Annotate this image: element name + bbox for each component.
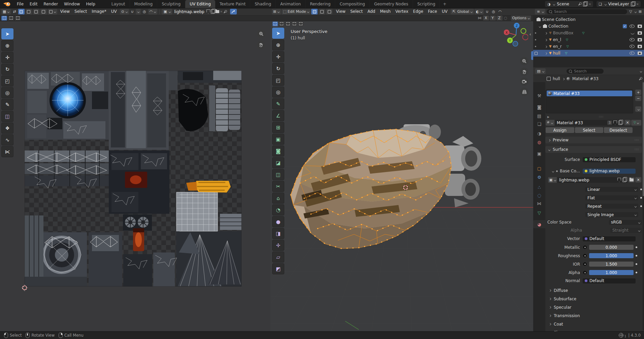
eye-closed-icon[interactable] xyxy=(631,32,635,34)
viewlayer-selector[interactable]: ❏ ViewLayer ✕ xyxy=(597,1,641,7)
pinch-brush-tool[interactable]: ⋉ xyxy=(1,146,13,157)
chevron-right-icon[interactable] xyxy=(545,52,547,55)
tab-view-layer[interactable]: ❏ xyxy=(533,120,545,128)
proportional-edit-toggle[interactable]: ◎ xyxy=(490,9,496,14)
knife-tool[interactable]: ✂ xyxy=(272,181,284,192)
tab-tool[interactable]: ⚒ xyxy=(533,92,545,100)
chevron-down-icon[interactable] xyxy=(552,170,554,172)
blender-logo-icon[interactable] xyxy=(3,1,11,7)
expand-icon[interactable]: ▶ xyxy=(547,115,549,118)
tab-world[interactable]: ◍ xyxy=(533,138,545,146)
rip-region-tool[interactable]: ◫ xyxy=(1,111,13,122)
rotate-tool[interactable]: ↻ xyxy=(272,63,284,74)
image-setting-dropdown[interactable]: Flat xyxy=(583,194,643,202)
viewport-menu[interactable]: Mesh xyxy=(378,8,393,15)
filter-icon[interactable]: ▽ xyxy=(629,9,633,14)
viewport-menu[interactable]: Edge xyxy=(411,8,425,15)
tweak-select-tool[interactable]: ➤ xyxy=(1,28,13,39)
breadcrumb-material[interactable]: Material #33 xyxy=(572,76,599,81)
transform-tool[interactable]: ◎ xyxy=(1,87,13,98)
properties-search[interactable] xyxy=(567,69,604,74)
outliner-row-collection[interactable]: Collection ✓ xyxy=(533,23,644,30)
bevel-tool[interactable]: ◪ xyxy=(272,157,284,168)
shear-tool[interactable]: ▱ xyxy=(272,251,284,263)
workspace-tab[interactable]: Texture Paint xyxy=(215,0,250,8)
uv-pivot-button[interactable]: ⊙ xyxy=(120,9,129,14)
value-slider[interactable]: 0.000 xyxy=(589,245,634,250)
slot-specials-button[interactable] xyxy=(635,106,641,112)
sidebar-collapse-icon[interactable]: ‹ xyxy=(529,32,531,37)
viewport-menu[interactable]: Face xyxy=(426,8,440,15)
workspace-tab[interactable]: Layout xyxy=(107,0,130,8)
viewport-menu[interactable]: View xyxy=(333,8,348,15)
shrink-fatten-tool[interactable]: ✢ xyxy=(272,240,284,251)
outliner-row-en-r[interactable]: ▼ en_r ▽ xyxy=(533,43,644,50)
value-slider[interactable]: 1.000 xyxy=(589,253,634,258)
outliner-display-mode-button[interactable]: ≡ xyxy=(535,9,545,14)
viewport-zoom-button[interactable] xyxy=(520,57,528,65)
image-name-field[interactable]: lightmap.webp xyxy=(557,177,628,183)
select-mode-subtract-icon[interactable] xyxy=(15,16,21,21)
poly-build-tool[interactable]: ⌂ xyxy=(272,193,284,204)
tab-collection[interactable]: ▣ xyxy=(533,149,545,158)
camera-render-icon[interactable] xyxy=(638,52,642,55)
value-slider[interactable]: 1.500 xyxy=(589,262,634,267)
rotate-tool[interactable]: ↻ xyxy=(1,64,13,75)
tab-modifiers[interactable]: ⚙ xyxy=(533,173,545,181)
scene-selector[interactable]: ◑ Scene ✕ xyxy=(545,1,593,7)
cursor-tool[interactable]: ⊕ xyxy=(272,39,284,50)
rip-region-tool[interactable]: ◩ xyxy=(272,263,284,274)
viewport-camera-button[interactable] xyxy=(520,77,528,86)
viewport-ortho-toggle-button[interactable] xyxy=(520,88,528,96)
relax-brush-tool[interactable]: ∿ xyxy=(1,134,13,145)
viewport-menu[interactable]: UV xyxy=(440,8,450,15)
eye-icon[interactable] xyxy=(630,38,635,41)
subpanel-header[interactable]: Transmission xyxy=(545,311,642,320)
sidebar-tab[interactable] xyxy=(531,51,533,60)
uv-pan-button[interactable] xyxy=(257,41,265,49)
add-cube-tool[interactable]: ⊞ xyxy=(272,122,284,133)
browse-material-button[interactable] xyxy=(546,120,554,126)
new-collection-icon[interactable]: ⊞ xyxy=(638,9,642,14)
panel-preview[interactable]: Preview ∷∷ xyxy=(545,137,642,143)
vector-field[interactable]: Default xyxy=(583,236,636,241)
duplicate-image-icon[interactable] xyxy=(211,9,215,14)
topbar-menu[interactable]: Help xyxy=(83,0,98,8)
tab-material[interactable]: ◕ xyxy=(533,220,545,228)
outliner-row-en-l[interactable]: ▼ en_l ▽ xyxy=(533,36,644,43)
uv-select-mode-island[interactable] xyxy=(40,9,47,14)
drag-dots-icon[interactable]: ∷∷ xyxy=(599,115,604,118)
new-viewlayer-icon[interactable] xyxy=(631,2,635,6)
add-workspace-button[interactable]: + xyxy=(440,0,449,8)
camera-render-icon[interactable] xyxy=(638,25,642,28)
topbar-menu[interactable]: Edit xyxy=(27,0,40,8)
uv-select-mode-edge[interactable] xyxy=(26,9,32,14)
outliner-row-boundbox[interactable]: ▼ BoundBox ▽ xyxy=(533,30,644,36)
open-image-button[interactable] xyxy=(629,177,635,182)
move-tool[interactable]: ✛ xyxy=(1,52,13,63)
select-invert-icon[interactable] xyxy=(292,22,297,26)
chevron-right-icon[interactable] xyxy=(545,32,547,34)
outliner-row-hull[interactable]: ▼ hull ▽ xyxy=(533,50,644,57)
material-slot-active[interactable]: Material #33 xyxy=(547,91,632,96)
viewport-pan-button[interactable] xyxy=(520,68,528,76)
tab-output[interactable]: ▤ xyxy=(533,112,545,120)
mode-selector[interactable]: ⬚ Edit Mode xyxy=(282,9,311,14)
uv-menu[interactable]: View xyxy=(58,8,72,15)
viewport-menu[interactable]: Add xyxy=(365,8,378,15)
smooth-tool[interactable]: ● xyxy=(272,216,284,227)
workspace-tab[interactable]: Sculpting xyxy=(157,0,185,8)
snap-curve-icon[interactable]: ◌ xyxy=(504,16,508,20)
outliner-search-input[interactable] xyxy=(553,9,625,14)
new-scene-icon[interactable] xyxy=(583,2,587,6)
surface-shader-field[interactable]: Principled BSDF xyxy=(583,157,636,162)
workspace-tab[interactable]: Scripting xyxy=(413,0,440,8)
scale-tool[interactable]: ◰ xyxy=(272,75,284,86)
value-slider[interactable]: 1.000 xyxy=(589,270,634,275)
camera-render-icon[interactable] xyxy=(638,38,642,41)
uv-zoom-button[interactable] xyxy=(257,30,265,38)
pin-icon[interactable] xyxy=(639,77,642,80)
workspace-tab[interactable]: Compositing xyxy=(335,0,369,8)
chevron-down-icon[interactable] xyxy=(640,70,642,72)
uv-select-mode-face[interactable] xyxy=(33,9,39,14)
